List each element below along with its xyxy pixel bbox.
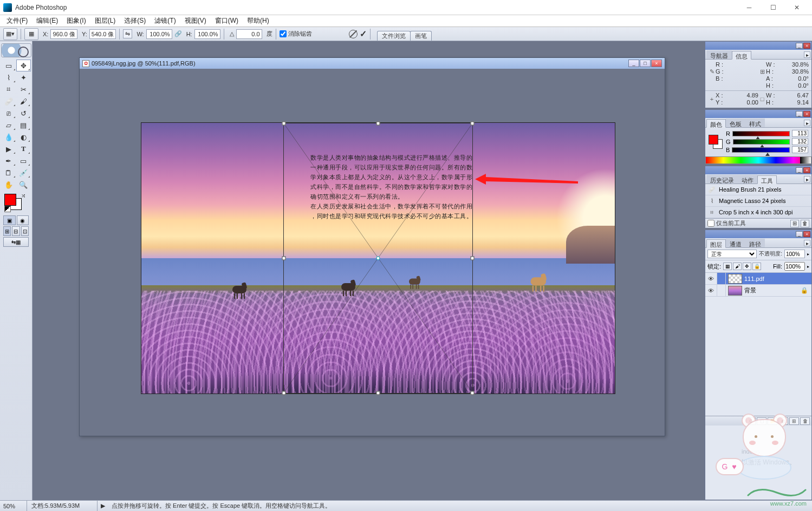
link-icon[interactable]: ⇋ xyxy=(123,29,132,38)
transform-handle-br[interactable] xyxy=(471,391,475,395)
antialias-check-input[interactable] xyxy=(280,30,287,37)
tab-brushes[interactable]: 画笔 xyxy=(410,31,432,41)
free-transform-bounding-box[interactable] xyxy=(283,123,473,394)
panel-close-button[interactable]: × xyxy=(803,111,810,117)
transform-handle-bl[interactable] xyxy=(282,391,286,395)
layer-thumbnail[interactable] xyxy=(728,286,742,296)
b-value[interactable]: 157 xyxy=(792,146,808,153)
menu-image[interactable]: 图象(I) xyxy=(63,15,89,27)
healing-brush-tool[interactable]: 🩹 xyxy=(1,95,16,107)
menu-filter[interactable]: 滤镜(T) xyxy=(151,15,179,27)
eyedropper-tool[interactable]: 💉 xyxy=(16,167,31,179)
path-select-tool[interactable]: ▶ xyxy=(1,143,16,155)
color-swatches[interactable]: ⤭ xyxy=(3,194,29,212)
brush-tool[interactable]: 🖌 xyxy=(16,95,31,107)
transform-handle-tr[interactable] xyxy=(471,122,475,126)
tab-tool-presets[interactable]: 工具 xyxy=(757,175,777,184)
tab-actions[interactable]: 动作 xyxy=(738,175,757,184)
panel-minimize-button[interactable]: _ xyxy=(796,111,803,117)
menu-window[interactable]: 窗口(W) xyxy=(212,15,242,27)
menu-select[interactable]: 选择(S) xyxy=(121,15,149,27)
clone-stamp-tool[interactable]: ⎚ xyxy=(1,107,16,119)
history-brush-tool[interactable]: ↺ xyxy=(16,107,31,119)
x-input[interactable]: 960.0 像 xyxy=(50,29,77,39)
status-menu-icon[interactable]: ▶ xyxy=(101,502,105,509)
layer-row[interactable]: 👁 111.pdf xyxy=(705,273,811,285)
tab-navigator[interactable]: 导航器 xyxy=(706,50,732,59)
document-size-info[interactable]: 文档:5.93M/5.93M xyxy=(27,501,98,511)
tab-channels[interactable]: 通道 xyxy=(726,239,745,247)
y-input[interactable]: 540.0 像 xyxy=(89,29,116,39)
screen-full-menu-icon[interactable]: ⊟ xyxy=(12,226,20,236)
tab-paths[interactable]: 路径 xyxy=(745,239,765,247)
default-colors-icon[interactable] xyxy=(4,206,11,212)
type-tool[interactable]: T xyxy=(16,143,31,155)
blur-tool[interactable]: 💧 xyxy=(1,131,16,143)
menu-edit[interactable]: 编辑(E) xyxy=(33,15,61,27)
menu-file[interactable]: 文件(F) xyxy=(3,15,31,27)
h-input[interactable]: 100.0% xyxy=(194,29,220,39)
opacity-input[interactable] xyxy=(784,250,805,258)
menu-help[interactable]: 帮助(H) xyxy=(244,15,272,27)
transform-center-point[interactable] xyxy=(376,257,380,260)
screen-full-icon[interactable]: ⊡ xyxy=(21,226,29,236)
opacity-arrow-icon[interactable]: ▸ xyxy=(807,252,809,257)
color-spectrum[interactable] xyxy=(705,156,811,164)
lock-pixels-icon[interactable]: 🖌 xyxy=(733,263,742,270)
panel-menu-icon[interactable]: ▸ xyxy=(804,120,810,126)
preset-item[interactable]: ⌗Crop 5 inch x 4 inch 300 dpi xyxy=(705,207,811,218)
angle-input[interactable]: 0.0 xyxy=(236,29,262,39)
color-swatch-stack[interactable] xyxy=(709,135,723,149)
visibility-toggle-icon[interactable]: 👁 xyxy=(705,285,717,296)
panel-menu-icon[interactable]: ▸ xyxy=(804,176,810,182)
quickmask-mode-icon[interactable]: ◉ xyxy=(17,215,29,225)
transform-handle-tm[interactable] xyxy=(376,122,380,126)
panel-minimize-button[interactable]: _ xyxy=(796,43,803,49)
b-slider[interactable] xyxy=(732,147,790,153)
document-canvas[interactable]: 数学是人类对事物的抽象结构与模式进行严格描述、推导的 一种通用手段，可以应用于现… xyxy=(80,69,665,436)
link-cell[interactable] xyxy=(717,285,726,296)
marquee-tool[interactable]: ▭ xyxy=(1,60,16,71)
doc-maximize-button[interactable]: □ xyxy=(640,60,651,67)
zoom-tool[interactable]: 🔍 xyxy=(16,179,31,191)
tab-swatches[interactable]: 色板 xyxy=(726,119,745,127)
transform-handle-tl[interactable] xyxy=(282,122,286,126)
layer-thumbnail[interactable] xyxy=(728,274,742,284)
window-maximize-button[interactable]: ☐ xyxy=(761,1,785,15)
doc-minimize-button[interactable]: _ xyxy=(628,60,639,67)
tab-info[interactable]: 信息 xyxy=(732,51,751,60)
menu-view[interactable]: 视图(V) xyxy=(181,15,210,27)
tab-color[interactable]: 颜色 xyxy=(706,119,726,128)
layer-row[interactable]: 👁 背景 🔒 xyxy=(705,285,811,297)
new-preset-button[interactable]: ⊞ xyxy=(790,220,799,227)
tab-layers[interactable]: 图层 xyxy=(706,239,726,248)
preset-item[interactable]: ⌇Magnetic Lasso 24 pixels xyxy=(705,195,811,207)
current-tool-only-checkbox[interactable]: 仅当前工具 xyxy=(707,219,746,227)
preset-item[interactable]: 🩹Healing Brush 21 pixels xyxy=(705,184,811,195)
zoom-level[interactable]: 50% xyxy=(0,501,27,511)
shape-tool[interactable]: ▭ xyxy=(16,155,31,167)
screen-standard-icon[interactable]: ⊞ xyxy=(3,226,11,236)
panel-close-button[interactable]: × xyxy=(803,43,810,49)
window-minimize-button[interactable]: ─ xyxy=(737,1,761,15)
notes-tool[interactable]: 🗒 xyxy=(1,167,16,179)
jump-to-imageready-icon[interactable]: ⇆▦ xyxy=(3,237,29,247)
link-cell[interactable] xyxy=(717,273,726,284)
tab-file-browser[interactable]: 文件浏览 xyxy=(377,31,411,41)
lasso-tool[interactable]: ⌇ xyxy=(1,71,16,83)
panel-minimize-button[interactable]: _ xyxy=(796,231,803,237)
panel-close-button[interactable]: × xyxy=(803,167,810,173)
visibility-toggle-icon[interactable]: 👁 xyxy=(705,273,717,284)
reference-point-icon[interactable]: ▦ xyxy=(24,28,38,40)
lock-transparency-icon[interactable]: ▦ xyxy=(723,263,732,270)
move-tool[interactable]: ✥ xyxy=(16,60,31,71)
antialias-checkbox[interactable]: 消除锯齿 xyxy=(280,30,312,38)
tool-preset-picker[interactable]: ▦▾ xyxy=(3,28,17,40)
dodge-tool[interactable]: ◐ xyxy=(16,131,31,143)
window-close-button[interactable]: ✕ xyxy=(785,1,809,15)
standard-mode-icon[interactable]: ▣ xyxy=(3,215,16,225)
g-slider[interactable] xyxy=(733,139,790,145)
doc-close-button[interactable]: × xyxy=(651,60,662,67)
lock-position-icon[interactable]: ✥ xyxy=(743,263,751,270)
blend-mode-select[interactable]: 正常 xyxy=(707,250,757,258)
